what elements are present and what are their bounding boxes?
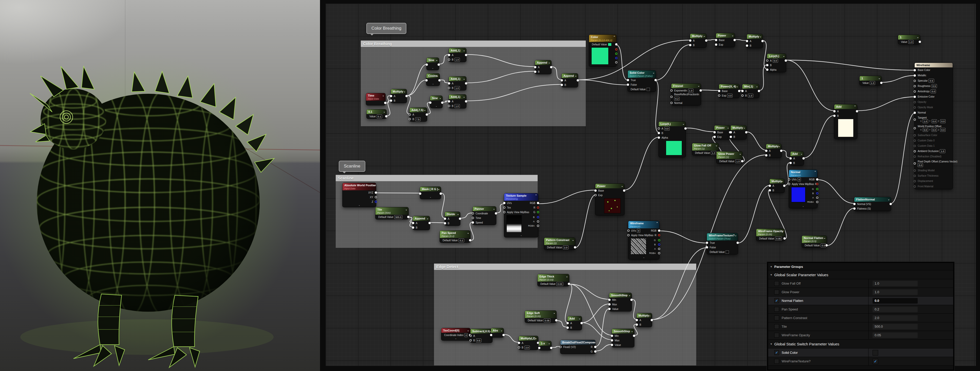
node-power-top[interactable]: Power⌄BaseExp (716, 33, 735, 47)
input-pin[interactable] (627, 229, 630, 232)
output-pin[interactable] (654, 79, 657, 81)
output-pin[interactable] (741, 160, 743, 162)
input-pin[interactable] (914, 162, 916, 165)
output-pin[interactable] (407, 216, 409, 218)
output-pin[interactable] (623, 189, 625, 192)
expand-icon[interactable]: ⌄ (781, 180, 783, 183)
input-pin[interactable] (689, 40, 691, 42)
expand-icon[interactable]: ⌄ (579, 317, 581, 320)
input-pin[interactable] (448, 82, 450, 84)
input-pin[interactable] (914, 185, 916, 188)
output-pin[interactable] (537, 216, 539, 218)
parameter-groups-header[interactable]: ▼Parameter Groups (768, 263, 953, 271)
value-box[interactable]: 1.0 (711, 151, 716, 155)
input-pin[interactable] (425, 79, 428, 81)
input-pin[interactable] (594, 189, 597, 192)
expand-icon[interactable]: ⌄ (406, 208, 407, 211)
input-pin[interactable] (611, 339, 613, 342)
value-box[interactable]: 0.0 (940, 128, 945, 132)
node-lerp-top[interactable]: Lerp(0,)⌄A0.0BAlpha (767, 54, 786, 72)
output-pin[interactable] (375, 201, 377, 203)
input-pin[interactable] (518, 346, 520, 349)
expand-icon[interactable]: ⌄ (382, 94, 384, 97)
output-pin[interactable] (919, 41, 921, 43)
output-pin[interactable] (594, 346, 597, 348)
node-flatten-normal[interactable]: FlattenNormal⌄Normal (VS)Flatness (S) (854, 197, 891, 211)
output-pin[interactable] (684, 127, 687, 130)
node-edge-soft-param[interactable]: Edge SoftParam (0.05)⌄Default Value0.05 (525, 310, 556, 323)
output-pin[interactable] (780, 150, 783, 152)
input-pin[interactable] (789, 162, 792, 164)
expand-icon[interactable]: ⌄ (888, 197, 890, 201)
value-box[interactable]: 2.0 (525, 346, 530, 349)
expand-icon[interactable]: ⌄ (716, 144, 718, 147)
expand-icon[interactable]: ⌄ (621, 184, 623, 188)
param-value-field[interactable]: 0.0 (873, 298, 918, 304)
input-pin[interactable] (559, 346, 562, 348)
param-row[interactable]: Glow Fall Off1.0 (768, 279, 953, 288)
output-pin[interactable] (733, 39, 736, 41)
expand-icon[interactable]: ⌄ (566, 275, 568, 278)
collapse-icon[interactable]: ⌃ (656, 221, 658, 225)
input-pin[interactable] (914, 90, 916, 92)
input-pin[interactable] (789, 158, 792, 160)
input-pin[interactable] (718, 94, 720, 97)
node-add-white[interactable]: Add⌃AB (834, 104, 857, 139)
param-value-field[interactable]: 1.0 (873, 281, 918, 287)
expand-icon[interactable]: ⌄ (739, 152, 741, 156)
expand-icon[interactable]: ⌄ (782, 229, 784, 233)
node-material-output[interactable]: WireframeBase ColorMetallicSpecular0.5Ro… (915, 63, 953, 189)
expand-icon[interactable]: ⌄ (760, 35, 762, 38)
input-pin[interactable] (853, 203, 856, 205)
expand-icon[interactable]: ⌄ (467, 231, 469, 235)
output-pin[interactable] (705, 40, 707, 42)
output-pin[interactable] (577, 79, 579, 81)
node-power-x4[interactable]: Power(X, 4)⌄BaseExp4.0 (719, 84, 739, 98)
input-pin[interactable] (444, 222, 446, 225)
input-pin[interactable] (448, 105, 450, 107)
input-pin[interactable] (715, 44, 717, 46)
output-pin[interactable] (537, 225, 539, 227)
input-pin[interactable] (636, 319, 638, 321)
expand-icon[interactable]: ⌄ (878, 76, 880, 80)
output-pin[interactable] (816, 201, 818, 203)
output-pin[interactable] (375, 191, 377, 194)
input-pin[interactable] (534, 66, 536, 68)
expand-icon[interactable]: ⌄ (743, 126, 745, 129)
node-glow-fall-off[interactable]: Glow Fall OffParam (1)⌄Default Value1.0 (692, 143, 719, 155)
input-pin[interactable] (765, 150, 767, 152)
node-time[interactable]: TimeInput Data⌄ (366, 93, 385, 105)
value-box[interactable]: 7.5 (415, 117, 421, 121)
output-pin[interactable] (889, 203, 892, 205)
expand-icon[interactable]: ⌄ (735, 234, 737, 237)
input-pin[interactable] (409, 113, 411, 116)
expand-footer[interactable]: ⌄ (426, 83, 439, 86)
expand-icon[interactable]: ⌄ (463, 49, 465, 52)
input-pin[interactable] (566, 322, 569, 324)
collapse-icon[interactable]: ⌃ (814, 170, 816, 174)
expand-icon[interactable]: ⌄ (467, 329, 469, 332)
value-box[interactable]: 0 (637, 229, 640, 232)
collapse-triangle-icon[interactable]: ▼ (768, 265, 774, 268)
input-pin[interactable] (627, 84, 629, 86)
value-box[interactable]: 1.0 (748, 94, 753, 97)
expand-icon[interactable]: ⌄ (778, 145, 780, 148)
section-header[interactable]: ▼Global Scalar Parameter Values (768, 271, 953, 279)
output-pin[interactable] (537, 202, 539, 204)
input-pin[interactable] (853, 207, 856, 210)
node-add-7-5[interactable]: Add(,7.5)⌄AB7.5 (410, 108, 427, 121)
input-pin[interactable] (914, 80, 916, 82)
color-swatch[interactable] (608, 43, 612, 46)
node-multiply-mid[interactable]: Multiply⌄AB (731, 126, 746, 139)
value-box[interactable]: 1.0 (688, 89, 694, 92)
expand-footer[interactable]: ⌄ (504, 234, 538, 237)
expand-icon[interactable]: ⌄ (463, 77, 465, 81)
input-pin[interactable] (713, 131, 716, 134)
expand-icon[interactable]: ⌄ (383, 110, 385, 113)
expand-footer[interactable]: ⌄ (420, 196, 441, 199)
value-box[interactable]: 0 (797, 178, 801, 182)
default-value-checkbox[interactable] (725, 250, 729, 254)
output-pin[interactable] (426, 113, 428, 116)
node-min-1[interactable]: Min(,1)⌄AB1.0 (742, 84, 759, 98)
output-pin[interactable] (658, 252, 660, 254)
